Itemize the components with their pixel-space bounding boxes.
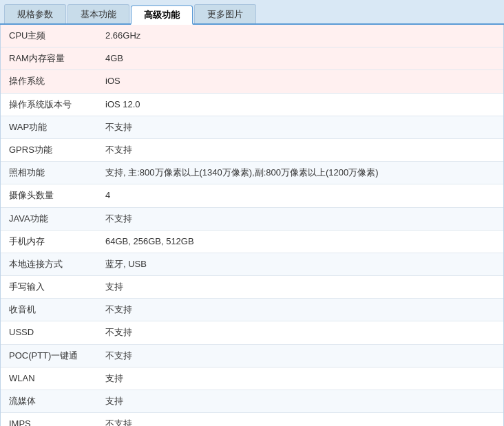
table-row: 本地连接方式蓝牙, USB (1, 253, 503, 275)
table-row: 收音机不支持 (1, 299, 503, 321)
tab-advanced[interactable]: 高级功能 (131, 6, 193, 25)
content-area: CPU主频2.66GHzRAM内存容量4GB操作系统iOS操作系统版本号iOS … (0, 25, 504, 426)
table-row: 摄像头数量4 (1, 184, 503, 207)
table-row: USSD不支持 (1, 321, 503, 344)
table-row: 手机内存64GB, 256GB, 512GB (1, 230, 503, 253)
spec-label: 摄像头数量 (1, 184, 97, 207)
spec-label: RAM内存容量 (1, 47, 97, 70)
spec-label: POC(PTT)一键通 (1, 344, 97, 367)
table-row: 操作系统版本号iOS 12.0 (1, 93, 503, 116)
spec-value: 不支持 (97, 138, 503, 161)
table-row: RAM内存容量4GB (1, 47, 503, 70)
spec-value: 不支持 (97, 413, 503, 426)
spec-value: 不支持 (97, 344, 503, 367)
tabs-container: 规格参数基本功能高级功能更多图片 (0, 0, 504, 25)
spec-label: 手写输入 (1, 276, 97, 299)
spec-label: WLAN (1, 367, 97, 390)
spec-value: 不支持 (97, 321, 503, 344)
spec-value: 支持 (97, 367, 503, 390)
spec-label: 本地连接方式 (1, 253, 97, 275)
spec-label: GPRS功能 (1, 138, 97, 161)
spec-label: 照相功能 (1, 162, 97, 184)
table-row: GPRS功能不支持 (1, 138, 503, 161)
tab-photos[interactable]: 更多图片 (194, 4, 256, 23)
table-row: POC(PTT)一键通不支持 (1, 344, 503, 367)
table-row: 流媒体支持 (1, 390, 503, 413)
spec-value: 64GB, 256GB, 512GB (97, 230, 503, 253)
table-row: 手写输入支持 (1, 276, 503, 299)
spec-label: 操作系统版本号 (1, 93, 97, 116)
table-row: 照相功能支持, 主:800万像素以上(1340万像素),副:800万像素以上(1… (1, 162, 503, 184)
table-row: WAP功能不支持 (1, 116, 503, 138)
spec-value: 支持, 主:800万像素以上(1340万像素),副:800万像素以上(1200万… (97, 162, 503, 184)
spec-value: 2.66GHz (97, 25, 503, 47)
spec-label: 流媒体 (1, 390, 97, 413)
spec-value: 4GB (97, 47, 503, 70)
spec-label: CPU主频 (1, 25, 97, 47)
table-row: IMPS不支持 (1, 413, 503, 426)
spec-value: 支持 (97, 390, 503, 413)
spec-value: 不支持 (97, 207, 503, 230)
spec-label: 手机内存 (1, 230, 97, 253)
spec-label: JAVA功能 (1, 207, 97, 230)
specs-table: CPU主频2.66GHzRAM内存容量4GB操作系统iOS操作系统版本号iOS … (1, 25, 503, 426)
spec-value: 蓝牙, USB (97, 253, 503, 275)
spec-label: WAP功能 (1, 116, 97, 138)
spec-value: iOS 12.0 (97, 93, 503, 116)
table-row: JAVA功能不支持 (1, 207, 503, 230)
spec-value: 支持 (97, 276, 503, 299)
tab-specs[interactable]: 规格参数 (4, 4, 66, 23)
spec-value: iOS (97, 70, 503, 93)
table-row: WLAN支持 (1, 367, 503, 390)
spec-label: USSD (1, 321, 97, 344)
spec-value: 4 (97, 184, 503, 207)
table-row: 操作系统iOS (1, 70, 503, 93)
spec-value: 不支持 (97, 299, 503, 321)
tab-basic[interactable]: 基本功能 (67, 4, 129, 23)
spec-value: 不支持 (97, 116, 503, 138)
spec-label: IMPS (1, 413, 97, 426)
table-row: CPU主频2.66GHz (1, 25, 503, 47)
spec-label: 收音机 (1, 299, 97, 321)
spec-label: 操作系统 (1, 70, 97, 93)
